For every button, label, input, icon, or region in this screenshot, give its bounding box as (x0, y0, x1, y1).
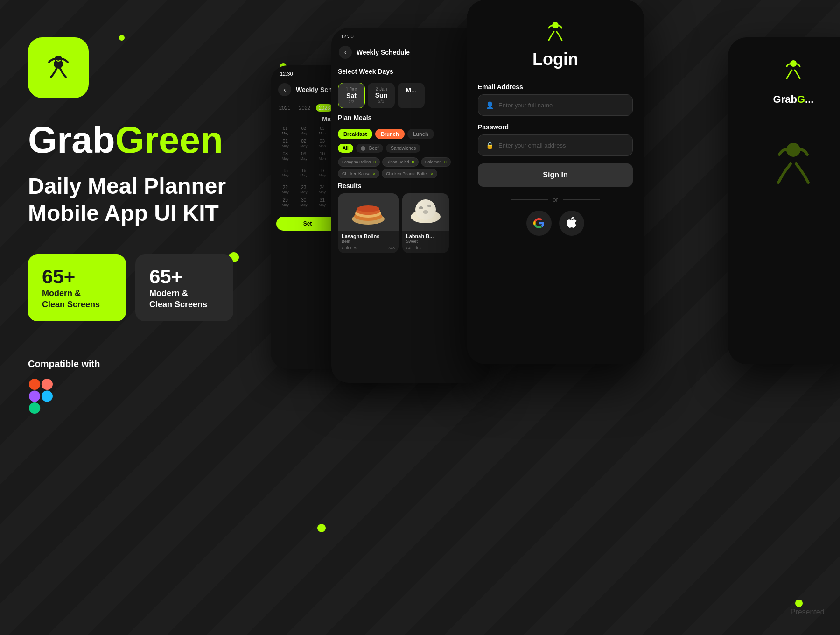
brand-name: GrabGreen (28, 121, 299, 159)
filter-sandwiches[interactable]: Sandwiches (386, 144, 420, 153)
card1-calories: Calories 743 (342, 246, 395, 250)
card2-image (402, 193, 449, 231)
tag-chips: Lasagna Bolins × Kinoa Salad × Salamon ×… (338, 157, 483, 178)
right-phone-brand: GrabG... (773, 93, 814, 106)
day-card-m[interactable]: M... (398, 83, 425, 108)
badge-green: 65+ Modern & Clean Screens (28, 254, 126, 321)
plan-meals-label: Plan Meals (338, 114, 371, 121)
result-cards: Lasagna Bolins Beef Calories 743 (338, 193, 483, 253)
set-button[interactable]: Set (276, 217, 339, 231)
right-phone-deco-logo (765, 134, 821, 191)
badges-row: 65+ Modern & Clean Screens 65+ Modern & … (28, 254, 299, 321)
select-week-label: Select Week Days (338, 68, 393, 75)
tag-salamon[interactable]: Salamon × (421, 157, 451, 167)
result-card-1[interactable]: Lasagna Bolins Beef Calories 743 (338, 193, 399, 253)
apple-button[interactable] (559, 211, 584, 236)
svg-rect-3 (42, 379, 53, 390)
google-button[interactable] (526, 211, 552, 236)
svg-point-1 (55, 56, 62, 63)
left-panel: GrabGreen Daily Meal Planner Mobile App … (28, 0, 299, 635)
app-logo-box (28, 37, 89, 98)
right-phone-logo (780, 56, 806, 84)
badge1-number: 65+ (42, 266, 112, 288)
sign-in-button[interactable]: Sign In (478, 163, 633, 187)
badge2-number: 65+ (149, 266, 219, 288)
tab-lunch[interactable]: Lunch (407, 129, 434, 139)
card1-image (338, 193, 399, 231)
login-title: Login (532, 49, 578, 69)
filter-all[interactable]: All (338, 144, 353, 153)
email-placeholder: Enter your full name (498, 102, 553, 109)
result-card-2[interactable]: Labnah B... Sweet Calories (402, 193, 449, 253)
phone-front: Login Email Address 👤 Enter your full na… (467, 0, 644, 364)
meal-tabs: Breakfast Brunch Lunch (338, 129, 483, 139)
card2-name: Labnah B... (406, 233, 445, 239)
email-label: Email Address (478, 83, 633, 91)
filter-beef[interactable]: Beef (356, 144, 384, 153)
tag-lasagna[interactable]: Lasagna Bolins × (338, 157, 380, 167)
back-btn-mid[interactable]: ‹ (339, 46, 352, 59)
card1-name: Lasagna Bolins (342, 233, 395, 239)
day-card-sat[interactable]: 1 Jan Sat 2/3 (338, 83, 365, 108)
right-phone-content: GrabG... (728, 37, 840, 201)
password-form-group: Password 🔒 Enter your email address (478, 123, 633, 156)
badge2-text: Modern & Clean Screens (149, 289, 207, 309)
app-logo-icon (40, 49, 77, 86)
filter-row: All Beef Sandwiches (338, 144, 483, 153)
tab-brunch[interactable]: Brunch (375, 129, 405, 139)
tag-kinoa[interactable]: Kinoa Salad × (382, 157, 418, 167)
card2-type: Sweet (406, 239, 445, 244)
compatible-label: Compatible with (28, 359, 299, 369)
phone-right: GrabG... (728, 37, 840, 364)
password-label: Password (478, 123, 633, 131)
weekly-content: Select Week Days Cha... 1 Jan Sat 2/3 2 … (331, 63, 490, 258)
day-card-sun[interactable]: 2 Jan Sun 2/3 (368, 83, 395, 108)
login-content: Login Email Address 👤 Enter your full na… (467, 7, 644, 245)
login-status-bar (467, 0, 644, 7)
week-days-row: 1 Jan Sat 2/3 2 Jan Sun 2/3 M... (338, 83, 483, 108)
tag-chicken-pb[interactable]: Chicken Peanut Butter × (382, 169, 437, 178)
phone-mid: 12:30 ‹ Weekly Schedule Select Week Days… (331, 28, 490, 383)
badge-dark: 65+ Modern & Clean Screens (135, 254, 233, 321)
password-placeholder: Enter your email address (498, 142, 566, 149)
tab-breakfast[interactable]: Breakfast (338, 129, 372, 139)
password-input[interactable]: 🔒 Enter your email address (478, 134, 633, 156)
svg-point-6 (42, 390, 53, 402)
results-title: Results (338, 182, 483, 190)
or-divider: or (511, 194, 600, 203)
figma-logo (28, 379, 299, 414)
login-logo (541, 17, 569, 45)
email-icon: 👤 (486, 101, 494, 109)
svg-point-15 (427, 205, 431, 207)
social-buttons-row (526, 211, 584, 236)
phone-mid-title: Weekly Schedule (357, 49, 410, 56)
svg-point-11 (357, 205, 379, 212)
card2-calories: Calories (406, 246, 445, 250)
brand-grab: Grab (28, 119, 115, 161)
svg-point-13 (415, 199, 436, 220)
card1-body: Lasagna Bolins Beef Calories 743 (338, 231, 399, 253)
email-form-group: Email Address 👤 Enter your full name (478, 83, 633, 116)
email-input[interactable]: 👤 Enter your full name (478, 94, 633, 116)
tag-chicken-kabsa[interactable]: Chicken Kabsa × (338, 169, 379, 178)
svg-rect-5 (29, 402, 40, 414)
badge1-text: Modern & Clean Screens (42, 289, 100, 309)
svg-rect-4 (29, 390, 40, 402)
password-icon: 🔒 (486, 141, 494, 149)
brand-green: Green (115, 119, 223, 161)
phone-mid-header: ‹ Weekly Schedule (331, 42, 490, 63)
card2-body: Labnah B... Sweet Calories (402, 231, 449, 253)
svg-rect-2 (29, 379, 40, 390)
phones-area: 12:30 ‹ Weekly Schedule 2021 2022 2023 2… (271, 0, 831, 635)
back-button[interactable]: ‹ (278, 83, 291, 96)
figma-svg (28, 379, 54, 414)
tagline: Daily Meal Planner Mobile App UI KIT (28, 173, 299, 226)
phone-mid-status: 12:30 (331, 28, 490, 42)
card1-type: Beef (342, 239, 395, 244)
svg-point-16 (423, 210, 428, 214)
svg-point-14 (419, 206, 423, 209)
